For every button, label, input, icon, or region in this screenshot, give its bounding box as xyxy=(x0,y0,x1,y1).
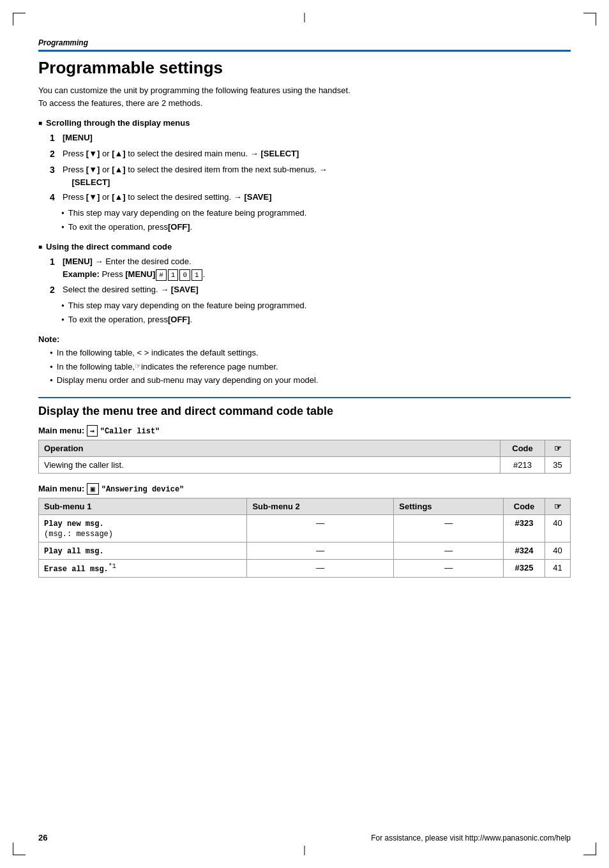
table2-header-ref: ☞ xyxy=(545,498,571,514)
table2-row-3: Erase all msg.*1 — — #325 41 xyxy=(39,559,571,577)
corner-mark-tr xyxy=(583,13,596,26)
step-content-1-3: Press [▼] or [▲] to select the desired i… xyxy=(63,163,571,188)
corner-mark-br xyxy=(583,842,596,855)
step-content-2-1: [MENU] → Enter the desired code. Example… xyxy=(63,255,571,281)
page-number: 26 xyxy=(38,833,47,842)
table2-cell-code-3: #325 xyxy=(504,559,545,577)
method1-bullets: This step may vary depending on the feat… xyxy=(61,207,571,233)
page-content: Programming Programmable settings You ca… xyxy=(38,38,571,578)
sub-divider xyxy=(38,397,571,398)
note-bullet-3: Display menu order and sub-menu may vary… xyxy=(50,374,571,387)
table2-cell-settings-3: — xyxy=(394,559,504,577)
table2: Sub-menu 1 Sub-menu 2 Settings Code ☞ Pl… xyxy=(38,498,571,578)
top-rule xyxy=(38,50,571,52)
table2-cell-sub2-3: — xyxy=(247,559,394,577)
table2-cell-ref-3: 41 xyxy=(545,559,571,577)
note-bullets: In the following table, < > indicates th… xyxy=(50,347,571,387)
step-content-2-2: Select the desired setting. → [SAVE] xyxy=(63,283,571,297)
table2-header-sub2: Sub-menu 2 xyxy=(247,498,394,514)
table2-cell-sub2-2: — xyxy=(247,542,394,559)
page-footer: 26 For assistance, please visit http://w… xyxy=(38,833,571,842)
table2-row-2: Play all msg. — — #324 40 xyxy=(39,542,571,559)
table2-cell-sub1-1: Play new msg.(msg.: message) xyxy=(39,514,247,542)
method2-heading: Using the direct command code xyxy=(38,242,571,251)
method1-bullet-1: This step may vary depending on the feat… xyxy=(61,207,571,220)
note-label: Note: xyxy=(38,334,571,344)
table2-cell-ref-2: 40 xyxy=(545,542,571,559)
method2-bullet-2: To exit the operation, press [OFF]. xyxy=(61,313,571,326)
step-num-1-4: 4 xyxy=(50,191,63,204)
step-2-1: 1 [MENU] → Enter the desired code. Examp… xyxy=(50,255,571,281)
intro-line-1: You can customize the unit by programmin… xyxy=(38,86,350,95)
step-1-3: 3 Press [▼] or [▲] to select the desired… xyxy=(50,163,571,188)
table2-cell-settings-2: — xyxy=(394,542,504,559)
step-content-1-4: Press [▼] or [▲] to select the desired s… xyxy=(63,191,571,204)
table1-header-ref: ☞ xyxy=(545,440,571,456)
note-bullet-1: In the following table, < > indicates th… xyxy=(50,347,571,359)
table2-header-code: Code xyxy=(504,498,545,514)
table2-header-sub1: Sub-menu 1 xyxy=(39,498,247,514)
table2-cell-ref-1: 40 xyxy=(545,514,571,542)
table1-cell-operation-1: Viewing the caller list. xyxy=(39,456,500,473)
step-1-1: 1 [MENU] xyxy=(50,131,571,145)
intro-line-2: To access the features, there are 2 meth… xyxy=(38,98,202,108)
note-bullet-2: In the following table, ☞ indicates the … xyxy=(50,361,571,373)
table2-cell-code-1: #323 xyxy=(504,514,545,542)
corner-mark-bl xyxy=(13,842,26,855)
step-2-2: 2 Select the desired setting. → [SAVE] xyxy=(50,283,571,297)
table2-cell-sub1-2: Play all msg. xyxy=(39,542,247,559)
table1-row-1: Viewing the caller list. #213 35 xyxy=(39,456,571,473)
table2-cell-sub2-1: — xyxy=(247,514,394,542)
note-section: Note: In the following table, < > indica… xyxy=(38,334,571,387)
table1-header-operation: Operation xyxy=(39,440,500,456)
page-title: Programmable settings xyxy=(38,58,571,78)
table2-header-settings: Settings xyxy=(394,498,504,514)
table1-header-code: Code xyxy=(500,440,545,456)
table2-row-1: Play new msg.(msg.: message) — — #323 40 xyxy=(39,514,571,542)
bottom-center-mark xyxy=(304,846,305,855)
table2-label: Main menu: ▣ "Answering device" xyxy=(38,484,571,494)
intro-text: You can customize the unit by programmin… xyxy=(38,84,571,109)
section-label: Programming xyxy=(38,38,571,47)
method1-heading: Scrolling through the display menus xyxy=(38,118,571,128)
footer-text: For assistance, please visit http://www.… xyxy=(371,834,571,842)
method1-steps: 1 [MENU] 2 Press [▼] or [▲] to select th… xyxy=(50,131,571,233)
step-num-2-1: 1 xyxy=(50,255,63,281)
step-num-1-1: 1 xyxy=(50,131,63,145)
table1: Operation Code ☞ Viewing the caller list… xyxy=(38,440,571,474)
step-num-1-3: 3 xyxy=(50,163,63,188)
table1-cell-ref-1: 35 xyxy=(545,456,571,473)
corner-mark-tl xyxy=(13,13,26,26)
method1-bullet-2: To exit the operation, press [OFF]. xyxy=(61,221,571,234)
sub-section-title: Display the menu tree and direct command… xyxy=(38,405,571,418)
method2-bullet-1: This step may vary depending on the feat… xyxy=(61,299,571,312)
step-num-1-2: 2 xyxy=(50,147,63,161)
method2-steps: 1 [MENU] → Enter the desired code. Examp… xyxy=(50,255,571,326)
table2-cell-settings-1: — xyxy=(394,514,504,542)
table1-cell-code-1: #213 xyxy=(500,456,545,473)
table2-cell-code-2: #324 xyxy=(504,542,545,559)
method2-bullets: This step may vary depending on the feat… xyxy=(61,299,571,326)
step-content-1-2: Press [▼] or [▲] to select the desired m… xyxy=(63,147,571,161)
top-center-mark xyxy=(304,13,305,22)
table1-label: Main menu: → "Caller list" xyxy=(38,426,571,436)
step-1-4: 4 Press [▼] or [▲] to select the desired… xyxy=(50,191,571,204)
step-content-1-1: [MENU] xyxy=(63,131,571,145)
table2-cell-sub1-3: Erase all msg.*1 xyxy=(39,559,247,577)
step-1-2: 2 Press [▼] or [▲] to select the desired… xyxy=(50,147,571,161)
step-num-2-2: 2 xyxy=(50,283,63,297)
